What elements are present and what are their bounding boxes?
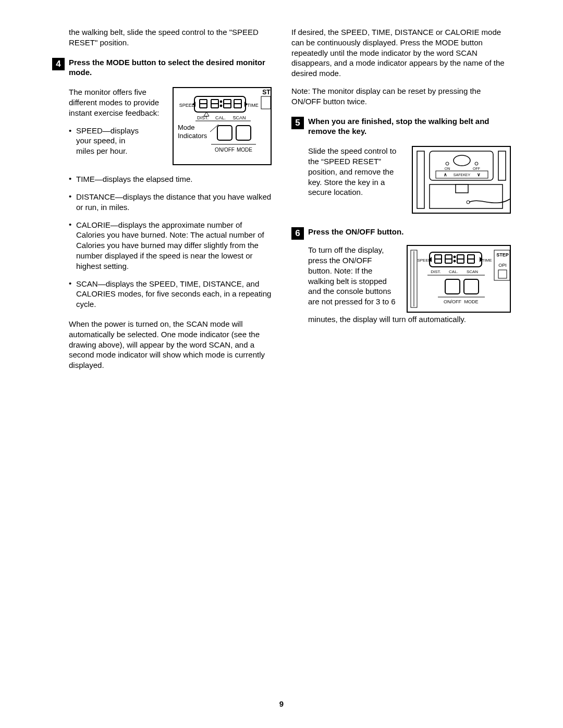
step4-intro-with-figure: The monitor offers five different modes … — [69, 87, 272, 167]
svg-text:CAL.: CAL. — [449, 269, 458, 274]
svg-text:SCAN: SCAN — [232, 115, 246, 120]
step-number-4: 4 — [52, 58, 65, 70]
svg-text:MODE: MODE — [464, 299, 479, 304]
svg-rect-54 — [464, 279, 479, 294]
step4-paragraph-b: When the power is turned on, the SCAN mo… — [69, 319, 272, 371]
svg-rect-61 — [498, 270, 507, 278]
step5-body: Slide the speed control to the “SPEED RE… — [308, 146, 511, 215]
svg-text:ON/OFF: ON/OFF — [215, 147, 235, 153]
svg-text:SAFEKEY: SAFEKEY — [454, 173, 471, 177]
manual-page: the walking belt, slide the speed contro… — [0, 0, 563, 728]
bullet-speed: • SPEED—displays your speed, in miles pe… — [69, 126, 163, 156]
svg-text:SCAN: SCAN — [467, 269, 478, 274]
figure-onoff-console: SPEED TIME DIST. CAL. — [407, 245, 511, 314]
svg-text:TIME: TIME — [482, 258, 492, 263]
svg-rect-22 — [261, 96, 271, 109]
svg-text:Mode: Mode — [178, 124, 195, 131]
svg-text:∨: ∨ — [477, 172, 481, 177]
step6-body: To turn off the display, press the ON/OF… — [308, 245, 511, 314]
page-number: 9 — [0, 699, 563, 708]
step4-intro-text: The monitor offers five different modes … — [69, 87, 163, 167]
svg-text:SPEED: SPEED — [417, 258, 431, 263]
svg-point-7 — [221, 105, 222, 107]
svg-rect-25 — [498, 151, 506, 180]
two-column-layout: the walking belt, slide the speed contro… — [52, 27, 511, 373]
svg-text:TIME: TIME — [247, 103, 259, 108]
svg-text:MODE: MODE — [237, 147, 252, 153]
svg-point-48 — [454, 261, 456, 262]
figure-remove-key: ON OFF ∧ SAFEKEY ∨ — [412, 146, 511, 215]
step4-bullets: • TIME—displays the elapsed time. • DIST… — [69, 174, 272, 371]
svg-text:∧: ∧ — [444, 172, 447, 177]
step4-paragraph-a: The monitor offers five different modes … — [69, 87, 163, 118]
step-4-title: Press the MODE button to select the desi… — [69, 57, 272, 78]
step-number-5: 5 — [291, 117, 304, 129]
figure-monitor-modes: SPEED TIME — [173, 87, 272, 167]
step-6-title: Press the ON/OFF button. — [308, 227, 403, 237]
svg-text:OPI: OPI — [498, 263, 507, 268]
svg-text:SPEED: SPEED — [179, 103, 195, 108]
bullet-distance: • DISTANCE—displays the distance that yo… — [69, 192, 272, 213]
step-number-6: 6 — [291, 227, 304, 240]
step5-text: Slide the speed control to the “SPEED RE… — [308, 146, 402, 215]
svg-point-47 — [454, 256, 456, 258]
svg-rect-53 — [445, 279, 460, 294]
svg-rect-24 — [417, 151, 424, 208]
svg-text:ON: ON — [445, 167, 450, 170]
svg-text:STEP: STEP — [496, 252, 509, 257]
step6-text-1: To turn off the display, press the ON/OF… — [308, 245, 397, 314]
svg-text:ST: ST — [262, 89, 271, 96]
left-column: the walking belt, slide the speed contro… — [52, 27, 272, 373]
bullet-scan: • SCAN—displays the SPEED, TIME, DISTANC… — [69, 279, 272, 310]
right-paragraph-b: Note: The monitor display can be reset b… — [291, 86, 511, 107]
svg-point-27 — [454, 155, 470, 166]
svg-text:DIST.: DIST. — [431, 269, 441, 274]
svg-text:CAL.: CAL. — [215, 115, 226, 120]
svg-point-6 — [221, 101, 222, 103]
step-4-header: 4 Press the MODE button to select the de… — [52, 57, 272, 78]
svg-text:Indicators: Indicators — [178, 132, 207, 140]
right-column: If desired, the SPEED, TIME, DISTANCE or… — [291, 27, 511, 373]
step-6-header: 6 Press the ON/OFF button. — [291, 227, 511, 240]
svg-text:ON/OFF: ON/OFF — [444, 299, 461, 304]
bullet-time: • TIME—displays the elapsed time. — [69, 174, 272, 184]
step-5-title: When you are finished, stop the walking … — [308, 116, 511, 137]
step-5-header: 5 When you are finished, stop the walkin… — [291, 116, 511, 137]
svg-text:OFF: OFF — [473, 167, 480, 170]
bullet-calorie: • CALORIE—displays the approximate numbe… — [69, 220, 272, 272]
svg-rect-16 — [217, 126, 232, 140]
right-paragraph-a: If desired, the SPEED, TIME, DISTANCE or… — [291, 27, 511, 79]
svg-rect-17 — [236, 126, 251, 140]
svg-rect-37 — [456, 184, 468, 193]
intro-paragraph: the walking belt, slide the speed contro… — [69, 27, 272, 48]
step6-text-2: minutes, the display will turn off autom… — [308, 314, 511, 325]
